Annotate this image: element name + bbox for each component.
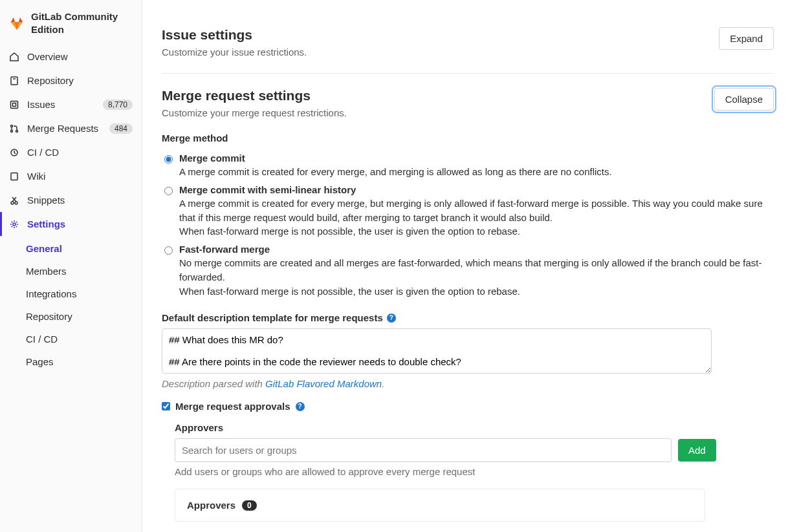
- project-title: GitLab Community Edition: [31, 10, 133, 36]
- mr-settings-title: Merge request settings: [162, 88, 347, 103]
- add-approver-button[interactable]: Add: [678, 439, 716, 462]
- subnav-cicd[interactable]: CI / CD: [0, 328, 142, 350]
- sidebar-item-overview[interactable]: Overview: [0, 45, 142, 69]
- repository-icon: [9, 76, 19, 86]
- issues-badge: 8,770: [103, 100, 133, 110]
- subnav-repository[interactable]: Repository: [0, 305, 142, 328]
- gear-icon: [9, 219, 19, 229]
- template-textarea[interactable]: [162, 328, 712, 374]
- approvers-panel: Approvers 0: [175, 489, 705, 522]
- sidebar-item-snippets[interactable]: Snippets: [0, 188, 142, 212]
- svg-point-5: [11, 130, 13, 132]
- settings-subnav: General Members Integrations Repository …: [0, 237, 142, 373]
- svg-point-9: [11, 202, 14, 204]
- issues-icon: [9, 100, 19, 110]
- sidebar-item-wiki[interactable]: Wiki: [0, 164, 142, 188]
- cicd-icon: [9, 147, 19, 158]
- approvers-hint: Add users or groups who are allowed to a…: [175, 466, 774, 477]
- merge-request-icon: [9, 123, 19, 134]
- svg-point-6: [16, 130, 18, 132]
- gfm-link[interactable]: GitLab Flavored Markdown: [265, 378, 382, 389]
- snippets-icon: [9, 195, 19, 206]
- sidebar-item-repository[interactable]: Repository: [0, 69, 142, 92]
- svg-point-10: [15, 202, 17, 204]
- fast-forward-radio[interactable]: [164, 246, 173, 255]
- collapse-mr-settings-button[interactable]: Collapse: [714, 88, 774, 111]
- merge-method-label: Merge method: [162, 133, 774, 144]
- main-content: Issue settings Customize your issue rest…: [142, 0, 796, 532]
- template-label: Default description template for merge r…: [162, 312, 774, 323]
- sidebar-item-issues[interactable]: Issues 8,770: [0, 92, 142, 116]
- svg-rect-0: [11, 77, 17, 85]
- approvers-label: Approvers: [175, 422, 774, 433]
- merge-commit-radio[interactable]: [164, 155, 173, 164]
- sidebar-item-settings[interactable]: Settings: [0, 212, 142, 236]
- subnav-members[interactable]: Members: [0, 260, 142, 282]
- issue-settings-desc: Customize your issue restrictions.: [162, 47, 307, 58]
- subnav-general[interactable]: General: [0, 237, 142, 260]
- mr-settings-desc: Customize your merge request restriction…: [162, 107, 347, 118]
- sidebar: GitLab Community Edition Overview Reposi…: [0, 0, 142, 532]
- svg-rect-2: [11, 101, 18, 108]
- svg-rect-8: [11, 173, 17, 180]
- issue-settings-section: Issue settings Customize your issue rest…: [162, 13, 774, 74]
- svg-rect-3: [13, 103, 16, 106]
- merge-method-block: Merge method Merge commit A merge commit…: [162, 133, 774, 301]
- template-hint: Description parsed with GitLab Flavored …: [162, 378, 774, 389]
- gitlab-logo-icon: [9, 16, 25, 31]
- approvers-search-input[interactable]: [175, 438, 672, 462]
- merge-request-settings-section: Merge request settings Customize your me…: [162, 74, 774, 532]
- help-icon[interactable]: ?: [296, 402, 305, 411]
- radio-merge-commit[interactable]: Merge commit A merge commit is created f…: [164, 150, 774, 182]
- radio-fast-forward[interactable]: Fast-forward merge No merge commits are …: [164, 241, 774, 301]
- sidebar-item-merge-requests[interactable]: Merge Requests 484: [0, 116, 142, 140]
- approvals-checkbox[interactable]: [162, 402, 170, 410]
- home-icon: [9, 52, 19, 62]
- help-icon[interactable]: ?: [387, 314, 396, 323]
- approvers-block: Approvers Add Add users or groups who ar…: [162, 422, 774, 522]
- svg-point-4: [11, 125, 13, 127]
- mr-badge: 484: [109, 123, 133, 134]
- semi-linear-radio[interactable]: [164, 187, 173, 195]
- approvers-count-badge: 0: [242, 500, 257, 511]
- project-header[interactable]: GitLab Community Edition: [0, 0, 142, 43]
- expand-issue-settings-button[interactable]: Expand: [719, 27, 774, 50]
- radio-semi-linear[interactable]: Merge commit with semi-linear history A …: [164, 182, 774, 241]
- issue-settings-title: Issue settings: [162, 27, 307, 43]
- approvals-checkbox-row[interactable]: Merge request approvals ?: [162, 401, 774, 412]
- subnav-pages[interactable]: Pages: [0, 350, 142, 373]
- sidebar-item-cicd[interactable]: CI / CD: [0, 140, 142, 164]
- sidebar-nav: Overview Repository Issues 8,770 Merge R…: [0, 43, 142, 237]
- svg-point-11: [13, 223, 16, 226]
- wiki-icon: [9, 171, 19, 182]
- subnav-integrations[interactable]: Integrations: [0, 282, 142, 305]
